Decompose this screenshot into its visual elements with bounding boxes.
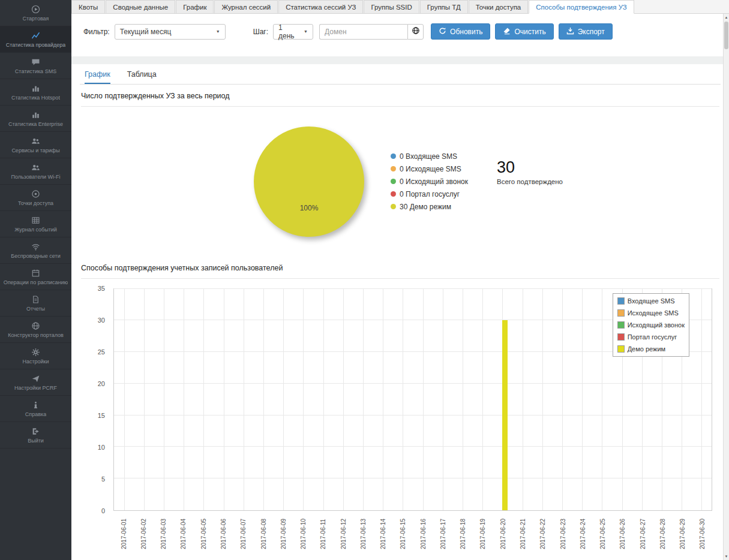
bar-yaxis: 05101520253035 (80, 288, 110, 511)
sidebar-item-label: Статистика провайдера (6, 43, 66, 48)
legend-text: Входящее SMS (628, 297, 675, 305)
bar-chart-icon (31, 84, 40, 93)
v-gridline (263, 289, 264, 510)
tab-statistika-sessiy-uz[interactable]: Статистика сессий УЗ (278, 0, 363, 13)
x-tick-label: 2017-06-22 (539, 519, 546, 549)
pie-legend-item: 0 Портал госуслуг (391, 190, 468, 198)
domain-input[interactable] (319, 24, 407, 40)
sidebar-item-event-log[interactable]: Журнал событий (0, 211, 71, 237)
tab-kvoty[interactable]: Квоты (71, 0, 105, 13)
sidebar-item-home[interactable]: Стартовая (0, 0, 71, 26)
calendar-icon (31, 269, 40, 278)
tab-gruppy-td[interactable]: Группы ТД (420, 0, 468, 13)
globe-icon (31, 321, 40, 330)
sidebar-item-wifi-users[interactable]: Пользователи Wi-Fi (0, 158, 71, 185)
tab-grafik[interactable]: График (176, 0, 214, 13)
y-tick-label: 5 (101, 475, 105, 483)
x-tick-label: 2017-06-12 (340, 519, 347, 549)
view-subtabs: График Таблица (80, 64, 721, 85)
sidebar-item-label: Статистика Enterprise (8, 122, 63, 127)
total-confirmed-label: Всего подтверждено (497, 178, 563, 185)
filter-panel: Фильтр: Текущий месяц ▼ Шаг: 1 день ▼ Об… (71, 14, 729, 56)
v-gridline (701, 289, 702, 510)
x-tick-label: 2017-06-02 (140, 519, 147, 549)
x-tick-label: 2017-06-24 (580, 519, 586, 549)
table-icon (31, 216, 40, 225)
export-button[interactable]: Экспорт (559, 23, 613, 40)
v-gridline (463, 289, 463, 510)
sidebar-item-scheduled-operations[interactable]: Операции по расписанию (0, 264, 71, 290)
bar-legend-item: Исходящий звонок (616, 319, 686, 331)
clear-button[interactable]: Очистить (495, 23, 553, 40)
step-label: Шаг: (253, 28, 268, 36)
top-tabbar: Квоты Сводные данные График Журнал сесси… (71, 0, 729, 14)
refresh-icon (439, 27, 446, 37)
v-gridline (482, 289, 483, 510)
step-select[interactable]: 1 день ▼ (273, 24, 313, 40)
legend-text: Портал госуслуг (628, 333, 677, 341)
subtab-grafik[interactable]: График (85, 70, 110, 84)
subtab-tablitsa[interactable]: Таблица (127, 70, 157, 84)
sidebar-item-portal-builder[interactable]: Конструктор порталов (0, 317, 71, 343)
legend-dot (391, 166, 396, 171)
x-tick-label: 2017-06-08 (260, 519, 267, 549)
legend-swatch (617, 345, 625, 353)
v-gridline (323, 289, 324, 510)
reports-icon (31, 295, 40, 304)
filter-label: Фильтр: (83, 28, 110, 36)
x-tick-label: 2017-06-29 (679, 519, 686, 549)
v-gridline (602, 289, 602, 510)
period-select[interactable]: Текущий месяц ▼ (115, 24, 226, 40)
legend-text: Исходящее SMS (628, 309, 679, 317)
v-gridline (184, 289, 184, 510)
app-window: Стартовая Статистика провайдера Статисти… (0, 0, 729, 560)
sidebar-item-label: Пользователи Wi-Fi (11, 174, 60, 180)
tab-gruppy-ssid[interactable]: Группы SSID (364, 0, 419, 13)
vertical-scrollbar[interactable]: ▲ ▼ (723, 14, 729, 560)
clear-button-label: Очистить (514, 28, 545, 36)
sidebar-item-pcrf-settings[interactable]: Настройки PCRF (0, 369, 71, 396)
sidebar-item-access-points[interactable]: Точки доступа (0, 185, 71, 211)
tab-sposoby-podtverzhdeniya-uz[interactable]: Способы подтверждения УЗ (529, 0, 634, 14)
domain-globe-button[interactable] (407, 24, 424, 40)
sidebar-item-services-tariffs[interactable]: Сервисы и тарифы (0, 132, 71, 158)
sidebar-item-sms-stats[interactable]: Статистика SMS (0, 53, 71, 79)
legend-text: Демо режим (628, 345, 665, 353)
sidebar-item-label: Беспроводные сети (11, 254, 60, 259)
x-tick-label: 2017-06-19 (479, 519, 486, 549)
legend-text: 30 Демо режим (400, 203, 451, 211)
sidebar-item-enterprise-stats[interactable]: Статистика Enterprise (0, 106, 71, 132)
scroll-up-icon[interactable]: ▲ (724, 16, 729, 19)
users-icon (31, 163, 40, 172)
sidebar-item-logout[interactable]: Выйти (0, 422, 71, 448)
bar-Демо режим (502, 320, 508, 510)
legend-swatch (617, 297, 625, 305)
v-gridline (244, 289, 244, 510)
scrollbar-thumb[interactable] (724, 22, 728, 49)
pie-percent-label: 100% (254, 204, 364, 212)
refresh-button[interactable]: Обновить (431, 23, 490, 40)
pie-legend: 0 Входящее SMS0 Исходящее SMS0 Исходящий… (391, 152, 468, 211)
sidebar-item-help[interactable]: Справка (0, 396, 71, 422)
sidebar-item-reports[interactable]: Отчеты (0, 290, 71, 317)
scroll-down-icon[interactable]: ▼ (724, 555, 729, 558)
info-icon (31, 401, 40, 410)
tab-zhurnal-sessiy[interactable]: Журнал сессий (214, 0, 278, 13)
sidebar-item-provider-stats[interactable]: Статистика провайдера (0, 26, 71, 53)
tab-tochki-dostupa[interactable]: Точки доступа (469, 0, 529, 13)
tab-svodnye-dannye[interactable]: Сводные данные (106, 0, 175, 13)
bar-legend-item: Входящее SMS (616, 295, 686, 307)
gear-icon (31, 348, 40, 357)
v-gridline (582, 289, 583, 510)
sidebar-item-label: Отчеты (26, 306, 45, 312)
x-tick-label: 2017-06-17 (440, 519, 446, 549)
v-gridline (363, 289, 364, 510)
sidebar-item-hotspot-stats[interactable]: Статистика Hotspot (0, 79, 71, 106)
sidebar-item-wireless-networks[interactable]: Беспроводные сети (0, 237, 71, 264)
play-icon (31, 5, 40, 14)
globe-icon (412, 26, 420, 37)
main-area: Квоты Сводные данные График Журнал сесси… (71, 0, 729, 560)
legend-dot (391, 204, 396, 209)
v-gridline (523, 289, 523, 510)
sidebar-item-settings[interactable]: Настройки (0, 343, 71, 369)
